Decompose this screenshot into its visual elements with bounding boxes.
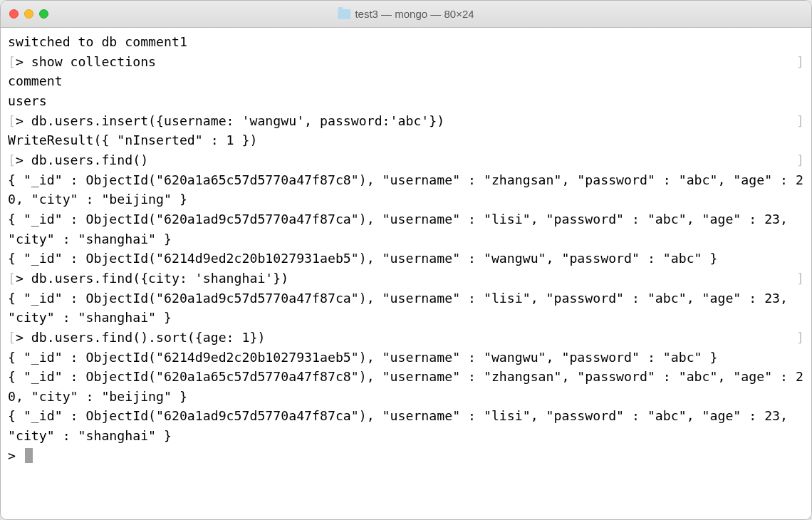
bracket-right-icon: ] <box>796 111 804 131</box>
terminal-output-line: { "_id" : ObjectId("620a1ad9c57d5770a47f… <box>8 288 804 328</box>
terminal-prompt-line: [> db.users.find({city: 'shanghai'})] <box>8 269 804 288</box>
traffic-lights <box>9 9 48 19</box>
terminal-output-line: { "_id" : ObjectId("6214d9ed2c20b1027931… <box>8 249 804 269</box>
bracket-right-icon: ] <box>796 269 804 288</box>
bracket-right-icon: ] <box>796 328 804 348</box>
terminal-command-text: > show collections <box>16 52 796 72</box>
bracket-left-icon: [ <box>8 150 16 170</box>
prompt-symbol: > <box>8 448 24 463</box>
titlebar[interactable]: test3 — mongo — 80×24 <box>1 1 811 28</box>
cursor-icon <box>25 448 33 463</box>
terminal-output-line: WriteResult({ "nInserted" : 1 }) <box>8 130 804 150</box>
terminal-output-line: users <box>8 91 804 111</box>
bracket-left-icon: [ <box>8 269 16 288</box>
bracket-right-icon: ] <box>796 150 804 170</box>
bracket-left-icon: [ <box>8 111 16 131</box>
terminal-command-text: > db.users.find({city: 'shanghai'}) <box>16 269 796 288</box>
terminal-prompt-line: [> db.users.find()] <box>8 150 804 170</box>
terminal-body[interactable]: switched to db comment1[> show collectio… <box>1 28 811 519</box>
minimize-button[interactable] <box>24 9 33 19</box>
terminal-prompt-line: [> show collections] <box>8 52 804 72</box>
terminal-output-line: { "_id" : ObjectId("620a1ad9c57d5770a47f… <box>8 406 804 445</box>
terminal-prompt-line: [> db.users.find().sort({age: 1})] <box>8 328 804 348</box>
terminal-current-prompt[interactable]: > <box>8 446 804 466</box>
bracket-right-icon: ] <box>796 52 804 72</box>
terminal-output-line: { "_id" : ObjectId("620a1a65c57d5770a47f… <box>8 367 804 406</box>
window-title-container: test3 — mongo — 80×24 <box>338 8 474 20</box>
terminal-prompt-line: [> db.users.insert({username: 'wangwu', … <box>8 111 804 131</box>
folder-icon <box>338 9 350 19</box>
bracket-left-icon: [ <box>8 328 16 348</box>
terminal-output-line: { "_id" : ObjectId("6214d9ed2c20b1027931… <box>8 348 804 368</box>
terminal-window: test3 — mongo — 80×24 switched to db com… <box>0 0 812 520</box>
terminal-command-text: > db.users.find().sort({age: 1}) <box>16 328 796 348</box>
terminal-output-line: comment <box>8 71 804 91</box>
close-button[interactable] <box>9 9 19 19</box>
window-title: test3 — mongo — 80×24 <box>355 8 474 20</box>
terminal-output-line: { "_id" : ObjectId("620a1a65c57d5770a47f… <box>8 170 804 209</box>
maximize-button[interactable] <box>39 9 48 19</box>
terminal-output-line: { "_id" : ObjectId("620a1ad9c57d5770a47f… <box>8 209 804 249</box>
bracket-left-icon: [ <box>8 52 16 72</box>
terminal-command-text: > db.users.insert({username: 'wangwu', p… <box>16 111 796 131</box>
terminal-command-text: > db.users.find() <box>16 150 796 170</box>
terminal-output-line: switched to db comment1 <box>8 32 804 52</box>
